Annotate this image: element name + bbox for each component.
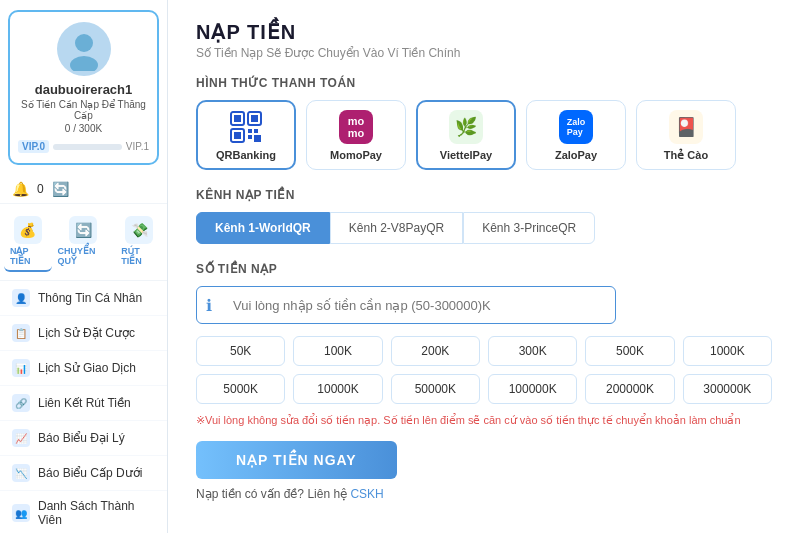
- nav-icon-0: 👤: [12, 289, 30, 307]
- nav-item-1[interactable]: 📋Lịch Sử Đặt Cược: [0, 316, 167, 351]
- payment-momopay[interactable]: momo MomoPay: [306, 100, 406, 170]
- svg-rect-3: [234, 115, 241, 122]
- amount-input[interactable]: [196, 286, 616, 324]
- nav-item-0[interactable]: 👤Thông Tin Cá Nhân: [0, 281, 167, 316]
- chuyenquy-button[interactable]: 🔄 CHUYỂN QUỸ: [52, 212, 116, 272]
- nav-list: 👤Thông Tin Cá Nhân📋Lịch Sử Đặt Cược📊Lịch…: [0, 281, 167, 533]
- ruttien-icon: 💸: [125, 216, 153, 244]
- amount-input-wrap: ℹ: [196, 286, 772, 324]
- nav-item-4[interactable]: 📈Báo Biểu Đại Lý: [0, 421, 167, 456]
- viettelpay-label: ViettelPay: [440, 149, 492, 161]
- vip-label: VIP.0: [18, 140, 49, 153]
- payment-zalopay[interactable]: ZaloPay ZaloPay: [526, 100, 626, 170]
- svg-rect-11: [254, 135, 261, 142]
- payment-thecao[interactable]: 🎴 Thẻ Cào: [636, 100, 736, 170]
- svg-rect-9: [254, 129, 258, 133]
- nav-icon-6: 👥: [12, 504, 30, 522]
- momo-icon: momo: [338, 109, 374, 145]
- payment-qrbanking[interactable]: QRBanking: [196, 100, 296, 170]
- nav-label-6: Danh Sách Thành Viên: [38, 499, 155, 527]
- preset-btn-8[interactable]: 50000K: [391, 374, 480, 404]
- qr-icon: [228, 109, 264, 145]
- svg-rect-5: [251, 115, 258, 122]
- action-buttons: 💰 NẠP TIỀN 🔄 CHUYỂN QUỸ 💸 RÚT TIỀN: [0, 204, 167, 281]
- preset-btn-4[interactable]: 500K: [585, 336, 674, 366]
- info-icon: ℹ: [206, 296, 212, 315]
- upgrade-text: Số Tiền Cần Nạp Để Thăng Cấp: [18, 99, 149, 121]
- nav-label-5: Báo Biểu Cấp Dưới: [38, 466, 142, 480]
- nav-icon-3: 🔗: [12, 394, 30, 412]
- preset-grid: 50K100K200K300K500K1000K5000K10000K50000…: [196, 336, 772, 404]
- preset-btn-7[interactable]: 10000K: [293, 374, 382, 404]
- svg-rect-8: [248, 129, 252, 133]
- preset-btn-9[interactable]: 100000K: [488, 374, 577, 404]
- payment-section-label: HÌNH THỨC THANH TOÁN: [196, 76, 772, 90]
- vip-progress-bg: [53, 144, 122, 150]
- payment-methods: QRBanking momo MomoPay 🌿 ViettelPay Zalo…: [196, 100, 772, 170]
- preset-btn-3[interactable]: 300K: [488, 336, 577, 366]
- vip-next: VIP.1: [126, 141, 149, 152]
- svg-rect-7: [234, 132, 241, 139]
- nav-label-2: Lịch Sử Giao Dịch: [38, 361, 136, 375]
- support-prefix: Nạp tiền có vấn đề? Liên hệ: [196, 487, 350, 501]
- preset-btn-10[interactable]: 200000K: [585, 374, 674, 404]
- nav-item-5[interactable]: 📉Báo Biểu Cấp Dưới: [0, 456, 167, 491]
- nav-icon-1: 📋: [12, 324, 30, 342]
- svg-rect-10: [248, 135, 252, 139]
- napten-label: NẠP TIỀN: [10, 246, 46, 266]
- viettel-icon: 🌿: [448, 109, 484, 145]
- payment-viettelpay[interactable]: 🌿 ViettelPay: [416, 100, 516, 170]
- channel-section-label: KÊNH NẠP TIỀN: [196, 188, 772, 202]
- napten-icon: 💰: [14, 216, 42, 244]
- nav-item-6[interactable]: 👥Danh Sách Thành Viên: [0, 491, 167, 533]
- submit-button[interactable]: NẠP TIỀN NGAY: [196, 441, 397, 479]
- chuyenquy-label: CHUYỂN QUỸ: [58, 246, 110, 266]
- nav-label-0: Thông Tin Cá Nhân: [38, 291, 142, 305]
- svg-point-1: [70, 56, 98, 71]
- channel-2[interactable]: Kênh 2-V8PayQR: [330, 212, 463, 244]
- support-text: Nạp tiền có vấn đề? Liên hệ CSKH: [196, 487, 772, 501]
- nav-item-2[interactable]: 📊Lịch Sử Giao Dịch: [0, 351, 167, 386]
- svg-point-0: [75, 34, 93, 52]
- nav-icon-4: 📈: [12, 429, 30, 447]
- qrbanking-label: QRBanking: [216, 149, 276, 161]
- preset-btn-1[interactable]: 100K: [293, 336, 382, 366]
- preset-btn-2[interactable]: 200K: [391, 336, 480, 366]
- preset-btn-11[interactable]: 300000K: [683, 374, 772, 404]
- bell-icon[interactable]: 🔔: [12, 181, 29, 197]
- amount-section-label: SỐ TIỀN NẠP: [196, 262, 772, 276]
- zalopay-label: ZaloPay: [555, 149, 597, 161]
- vip-bar: VIP.0 VIP.1: [18, 140, 149, 153]
- card-icon: 🎴: [668, 109, 704, 145]
- support-link[interactable]: CSKH: [350, 487, 383, 501]
- progress-text: 0 / 300K: [65, 123, 102, 134]
- ruttien-button[interactable]: 💸 RÚT TIỀN: [115, 212, 163, 272]
- momopay-label: MomoPay: [330, 149, 382, 161]
- nav-label-3: Liên Kết Rút Tiền: [38, 396, 131, 410]
- chuyenquy-icon: 🔄: [69, 216, 97, 244]
- preset-btn-6[interactable]: 5000K: [196, 374, 285, 404]
- nav-item-3[interactable]: 🔗Liên Kết Rút Tiền: [0, 386, 167, 421]
- notice-text: ※Vui lòng không sửa đổi số tiền nạp. Số …: [196, 414, 772, 427]
- zalo-icon: ZaloPay: [558, 109, 594, 145]
- ruttien-label: RÚT TIỀN: [121, 246, 157, 266]
- profile-box: daubuoirerach1 Số Tiền Cần Nạp Để Thăng …: [8, 10, 159, 165]
- channel-3[interactable]: Kênh 3-PrinceQR: [463, 212, 595, 244]
- napten-button[interactable]: 💰 NẠP TIỀN: [4, 212, 52, 272]
- refresh-icon[interactable]: 🔄: [52, 181, 69, 197]
- main-content: NẠP TIỀN Số Tiền Nạp Sẽ Được Chuyển Vào …: [168, 0, 800, 533]
- avatar: [57, 22, 111, 76]
- channel-1[interactable]: Kênh 1-WorldQR: [196, 212, 330, 244]
- nav-label-4: Báo Biểu Đại Lý: [38, 431, 125, 445]
- thecao-label: Thẻ Cào: [664, 149, 708, 162]
- page-subtitle: Số Tiền Nạp Sẽ Được Chuyển Vào Ví Tiền C…: [196, 46, 772, 60]
- nav-icon-2: 📊: [12, 359, 30, 377]
- counter-icon: 0: [37, 182, 44, 196]
- nav-label-1: Lịch Sử Đặt Cược: [38, 326, 135, 340]
- page-title: NẠP TIỀN: [196, 20, 772, 44]
- preset-btn-0[interactable]: 50K: [196, 336, 285, 366]
- nav-icon-5: 📉: [12, 464, 30, 482]
- sidebar: daubuoirerach1 Số Tiền Cần Nạp Để Thăng …: [0, 0, 168, 533]
- channel-tabs: Kênh 1-WorldQR Kênh 2-V8PayQR Kênh 3-Pri…: [196, 212, 772, 244]
- preset-btn-5[interactable]: 1000K: [683, 336, 772, 366]
